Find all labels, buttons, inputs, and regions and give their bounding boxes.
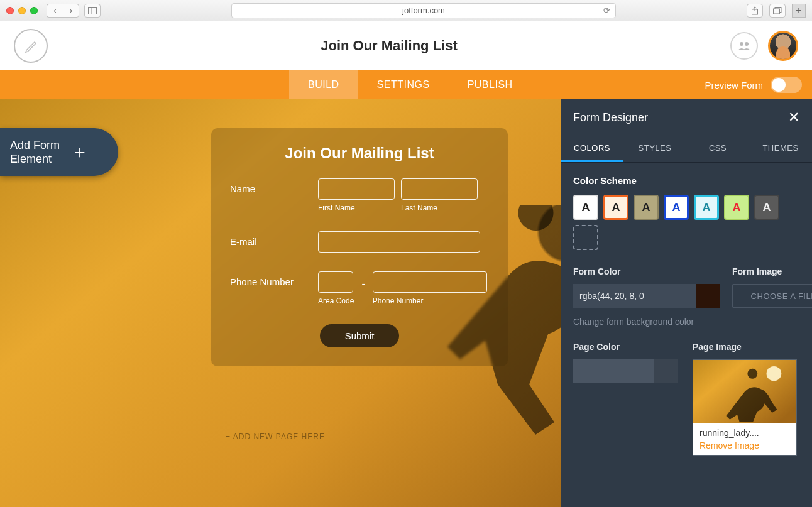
- plus-icon: ＋: [71, 140, 89, 164]
- page-image-card: running_lady.... Remove Image: [693, 359, 797, 456]
- page-image-label: Page Image: [693, 342, 799, 352]
- close-window[interactable]: [6, 7, 14, 14]
- color-scheme-label: Color Scheme: [573, 175, 799, 186]
- field-phone: Phone Number Area Code - Phone Number: [230, 271, 489, 305]
- preview-toggle[interactable]: [771, 77, 802, 93]
- scheme-dark[interactable]: A: [754, 195, 779, 220]
- last-name-input[interactable]: [401, 178, 478, 200]
- new-tab-button[interactable]: +: [792, 4, 806, 18]
- scheme-blue[interactable]: A: [664, 195, 689, 220]
- form-color-helper: Change form background color: [573, 315, 720, 328]
- phone-number-input[interactable]: [373, 271, 487, 293]
- add-form-element-button[interactable]: Add Form Element ＋: [0, 128, 118, 176]
- field-email: E-mail: [230, 231, 489, 253]
- page-color-chip[interactable]: [654, 359, 678, 383]
- designer-tab-themes[interactable]: THEMES: [749, 136, 812, 162]
- phone-dash: -: [360, 278, 366, 298]
- form-color-label: Form Color: [573, 266, 720, 276]
- designer-tab-colors[interactable]: COLORS: [561, 136, 623, 162]
- form-color-input[interactable]: [573, 284, 720, 308]
- url-text: jotform.com: [402, 6, 445, 15]
- submit-button[interactable]: Submit: [320, 324, 400, 347]
- page-image-filename: running_lady....: [700, 428, 790, 438]
- add-element-label: Add Form Element: [10, 138, 60, 166]
- form-canvas: Add Form Element ＋ Join Our Mailing List…: [0, 99, 812, 507]
- pencil-logo-icon[interactable]: [14, 29, 48, 63]
- minimize-window[interactable]: [18, 7, 26, 14]
- tab-publish[interactable]: PUBLISH: [449, 70, 532, 99]
- scheme-custom[interactable]: [573, 225, 598, 250]
- window-controls: [6, 7, 38, 14]
- scheme-white[interactable]: A: [573, 195, 598, 220]
- designer-tab-css[interactable]: CSS: [686, 136, 749, 162]
- last-name-sublabel: Last Name: [401, 204, 478, 212]
- choose-file-button[interactable]: CHOOSE A FILE: [732, 284, 812, 308]
- user-avatar[interactable]: [768, 31, 798, 61]
- svg-rect-4: [774, 9, 780, 14]
- back-button[interactable]: ‹: [47, 4, 63, 18]
- email-input[interactable]: [318, 231, 480, 253]
- scheme-orange[interactable]: A: [603, 195, 628, 220]
- url-bar[interactable]: jotform.com ⟳: [231, 3, 616, 18]
- form-color-field[interactable]: [573, 284, 696, 308]
- scheme-tan[interactable]: A: [634, 195, 659, 220]
- page-color-input[interactable]: [573, 359, 678, 383]
- area-code-input[interactable]: [318, 271, 353, 293]
- designer-title: Form Designer: [573, 111, 648, 124]
- tab-build[interactable]: BUILD: [289, 70, 358, 99]
- form-preview-card[interactable]: Join Our Mailing List Name First Name La…: [211, 128, 508, 366]
- maximize-window[interactable]: [30, 7, 38, 14]
- email-label: E-mail: [230, 231, 318, 247]
- phone-label: Phone Number: [230, 271, 318, 287]
- designer-tab-styles[interactable]: STYLES: [623, 136, 686, 162]
- browser-chrome: ‹ › jotform.com ⟳ +: [0, 0, 812, 21]
- form-color-chip[interactable]: [696, 284, 720, 308]
- reload-icon[interactable]: ⟳: [603, 6, 610, 15]
- svg-point-7: [767, 366, 782, 381]
- form-designer-panel: Form Designer ✕ COLORS STYLES CSS THEMES…: [561, 99, 812, 507]
- form-heading: Join Our Mailing List: [230, 144, 489, 162]
- field-name: Name First Name Last Name: [230, 178, 489, 212]
- remove-image-link[interactable]: Remove Image: [700, 440, 790, 450]
- sidebar-toggle[interactable]: [84, 4, 101, 18]
- collaborators-icon[interactable]: [730, 32, 758, 60]
- first-name-input[interactable]: [318, 178, 395, 200]
- svg-point-5: [740, 42, 743, 46]
- page-title: Join Our Mailing List: [321, 38, 458, 54]
- close-icon[interactable]: ✕: [788, 109, 799, 126]
- svg-rect-0: [89, 7, 97, 14]
- tabs-icon[interactable]: [769, 4, 786, 18]
- form-image-label: Form Image: [732, 266, 812, 276]
- page-color-label: Page Color: [573, 342, 680, 352]
- svg-point-6: [745, 42, 749, 46]
- color-scheme-swatches: A A A A A A A: [573, 195, 799, 250]
- share-icon[interactable]: [747, 4, 763, 18]
- scheme-lime[interactable]: A: [724, 195, 749, 220]
- name-label: Name: [230, 178, 318, 194]
- page-image-thumbnail[interactable]: [693, 360, 796, 423]
- scheme-cyan[interactable]: A: [694, 195, 719, 220]
- tab-settings[interactable]: SETTINGS: [358, 70, 449, 99]
- main-tabs-bar: BUILD SETTINGS PUBLISH Preview Form: [0, 70, 812, 99]
- add-new-page-button[interactable]: + ADD NEW PAGE HERE: [0, 432, 551, 441]
- forward-button[interactable]: ›: [63, 4, 79, 18]
- first-name-sublabel: First Name: [318, 204, 395, 212]
- preview-form-label: Preview Form: [705, 80, 763, 90]
- app-header: Join Our Mailing List: [0, 21, 812, 70]
- area-code-sublabel: Area Code: [318, 297, 354, 305]
- phone-number-sublabel: Phone Number: [373, 297, 487, 305]
